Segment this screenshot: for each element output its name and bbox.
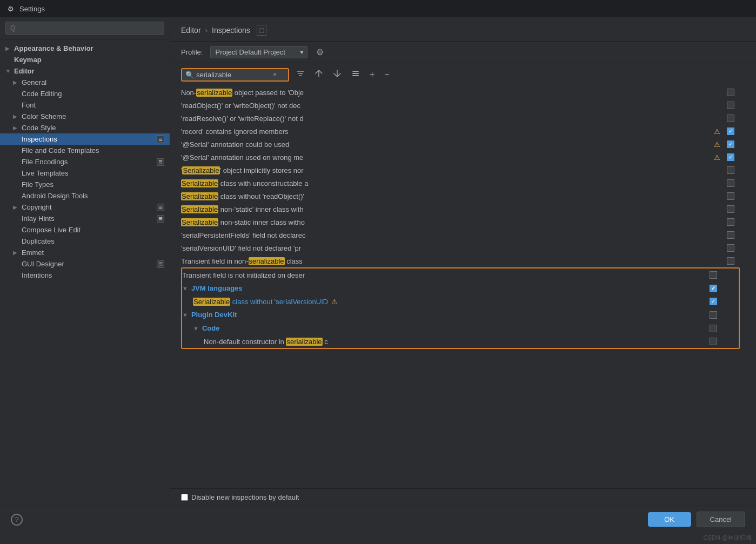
disable-inspections-checkbox[interactable]	[181, 494, 188, 501]
inspection-checkbox[interactable]	[727, 244, 734, 252]
profile-dropdown-wrapper: Project Default Project Default ▼	[210, 46, 307, 58]
inspection-row[interactable]: '@Serial' annotation could be used ⚠	[181, 138, 756, 151]
cancel-button[interactable]: Cancel	[697, 512, 745, 527]
sidebar-item-inspections[interactable]: Inspections ≡	[0, 133, 170, 145]
sidebar-item-duplicates[interactable]: Duplicates	[0, 236, 170, 247]
inspection-row[interactable]: '@Serial' annotation used on wrong me ⚠	[181, 151, 756, 164]
inspection-row-text: Serializable class without 'readObject()…	[181, 192, 722, 200]
inspection-checkbox[interactable]	[727, 140, 734, 148]
collapse-all-button[interactable]	[330, 68, 344, 82]
highlight-serializable: Serializable	[193, 298, 230, 306]
ok-button[interactable]: OK	[648, 512, 691, 527]
settings-gear-button[interactable]: ⚙	[313, 46, 327, 58]
sidebar-item-label: Editor	[14, 67, 164, 75]
sidebar-item-live-templates[interactable]: Live Templates	[0, 167, 170, 179]
jvm-section-checkbox[interactable]	[710, 285, 717, 292]
inspection-row[interactable]: 'readObject()' or 'writeObject()' not de…	[181, 99, 756, 112]
inspection-checkbox[interactable]	[710, 338, 717, 345]
filter-button[interactable]	[293, 68, 307, 82]
sidebar-item-file-encodings[interactable]: File Encodings ≡	[0, 156, 170, 167]
sidebar-item-copyright[interactable]: ▶ Copyright ≡	[0, 202, 170, 213]
add-button[interactable]: +	[367, 68, 377, 81]
code-section-header[interactable]: ▼ Code	[182, 321, 739, 335]
search-input[interactable]	[196, 71, 272, 79]
sidebar-item-general[interactable]: ▶ General	[0, 77, 170, 88]
sidebar-item-android-design-tools[interactable]: Android Design Tools	[0, 190, 170, 202]
sidebar-item-compose-live-edit[interactable]: Compose Live Edit	[0, 224, 170, 236]
inspection-row[interactable]: Serializable class with unconstructable …	[181, 177, 756, 190]
inspection-checkbox[interactable]	[727, 127, 734, 135]
help-button[interactable]: ?	[11, 514, 23, 526]
inspection-checkbox[interactable]	[727, 102, 734, 109]
clear-search-button[interactable]: ×	[272, 71, 278, 78]
inspection-row[interactable]: Serializable class without 'serialVersio…	[182, 295, 739, 308]
sidebar-item-file-types[interactable]: File Types	[0, 179, 170, 190]
sidebar-search-input[interactable]	[5, 22, 164, 35]
disable-inspections-text: Disable new inspections by default	[191, 493, 299, 501]
profile-dropdown[interactable]: Project Default Project Default	[210, 46, 307, 58]
inspection-checkbox[interactable]	[727, 166, 734, 174]
panel-header: Editor › Inspections □	[170, 17, 756, 42]
app-icon: ⚙	[6, 4, 15, 13]
sidebar-item-keymap[interactable]: Keymap	[0, 54, 170, 65]
inspection-row[interactable]: Transient field in non-serializable clas…	[181, 254, 756, 267]
inspection-row[interactable]: 'Serializable' object implicitly stores …	[181, 164, 756, 177]
inspection-row[interactable]: Serializable non-'static' inner class wi…	[181, 203, 756, 216]
inspection-row[interactable]: Non-default constructor in serializable …	[182, 335, 739, 348]
inspection-checkbox[interactable]	[727, 89, 734, 96]
search-row: 🔍 × + −	[170, 63, 756, 86]
sidebar-item-code-style[interactable]: ▶ Code Style	[0, 122, 170, 133]
inspection-row[interactable]: 'serialPersistentFields' field not decla…	[181, 229, 756, 241]
inspection-row[interactable]: Serializable non-static inner class with…	[181, 216, 756, 229]
expand-all-button[interactable]	[312, 68, 326, 82]
sidebar-item-gui-designer[interactable]: GUI Designer ≡	[0, 258, 170, 270]
sidebar-item-color-scheme[interactable]: ▶ Color Scheme	[0, 111, 170, 122]
inspection-row[interactable]: 'serialVersionUID' field not declared 'p…	[181, 241, 756, 254]
inspection-row-text: 'Serializable' object implicitly stores …	[181, 166, 722, 174]
inspection-checkbox[interactable]	[727, 257, 734, 265]
jvm-section-header[interactable]: ▼ JVM languages	[182, 281, 739, 295]
sidebar-item-label: Code Editing	[22, 90, 164, 98]
inspection-row-text: Non-default constructor in serializable …	[204, 338, 705, 346]
sidebar-item-appearance-behavior[interactable]: ▶ Appearance & Behavior	[0, 43, 170, 54]
sidebar-search-area	[0, 17, 170, 39]
inspection-checkbox[interactable]	[727, 205, 734, 213]
inspection-checkbox[interactable]	[727, 231, 734, 239]
inspection-checkbox[interactable]	[710, 298, 717, 305]
sidebar-item-file-code-templates[interactable]: File and Code Templates	[0, 145, 170, 156]
sidebar-item-label: GUI Designer	[22, 260, 157, 268]
remove-button[interactable]: −	[382, 68, 392, 81]
inspection-row-text: Transient field in non-serializable clas…	[181, 257, 722, 265]
inspection-checkbox[interactable]	[710, 271, 717, 279]
inspection-checkbox[interactable]	[727, 218, 734, 226]
inspection-row-text: Transient field is not initialized on de…	[182, 271, 705, 279]
sidebar-item-intentions[interactable]: Intentions	[0, 270, 170, 281]
sidebar-item-inlay-hints[interactable]: Inlay Hints ≡	[0, 213, 170, 224]
inspection-row[interactable]: 'record' contains ignored members ⚠	[181, 125, 756, 138]
group-button[interactable]	[349, 68, 363, 82]
sidebar-item-code-editing[interactable]: Code Editing	[0, 88, 170, 99]
bottom-bar: Disable new inspections by default	[170, 488, 756, 506]
sidebar-item-font[interactable]: Font	[0, 99, 170, 111]
sidebar-item-label: Android Design Tools	[22, 192, 164, 200]
inspection-row[interactable]: Transient field is not initialized on de…	[182, 268, 739, 281]
inspection-checkbox[interactable]	[727, 153, 734, 161]
panel-header-icon: □	[257, 25, 266, 36]
inspection-row[interactable]: 'readResolve()' or 'writeReplace()' not …	[181, 112, 756, 125]
inspection-checkbox[interactable]	[727, 115, 734, 122]
svg-rect-0	[352, 71, 359, 72]
inspection-checkbox[interactable]	[727, 192, 734, 200]
disable-inspections-label: Disable new inspections by default	[181, 493, 299, 501]
arrow-icon: ▶	[13, 125, 21, 131]
inspection-checkbox[interactable]	[727, 179, 734, 187]
inspection-row[interactable]: Serializable class without 'readObject()…	[181, 190, 756, 203]
dialog-footer: ? OK Cancel	[0, 506, 756, 533]
plugin-devkit-section-header[interactable]: ▼ Plugin DevKit	[182, 308, 739, 321]
plugin-devkit-checkbox[interactable]	[710, 311, 717, 319]
sidebar-item-label: Inlay Hints	[22, 214, 157, 223]
sidebar-item-label: Appearance & Behavior	[14, 44, 164, 52]
code-section-checkbox[interactable]	[710, 325, 717, 332]
sidebar-item-emmet[interactable]: ▶ Emmet	[0, 247, 170, 258]
inspection-row[interactable]: Non-serializable object passed to 'Obje	[181, 86, 756, 99]
sidebar-item-editor[interactable]: ▼ Editor	[0, 65, 170, 77]
